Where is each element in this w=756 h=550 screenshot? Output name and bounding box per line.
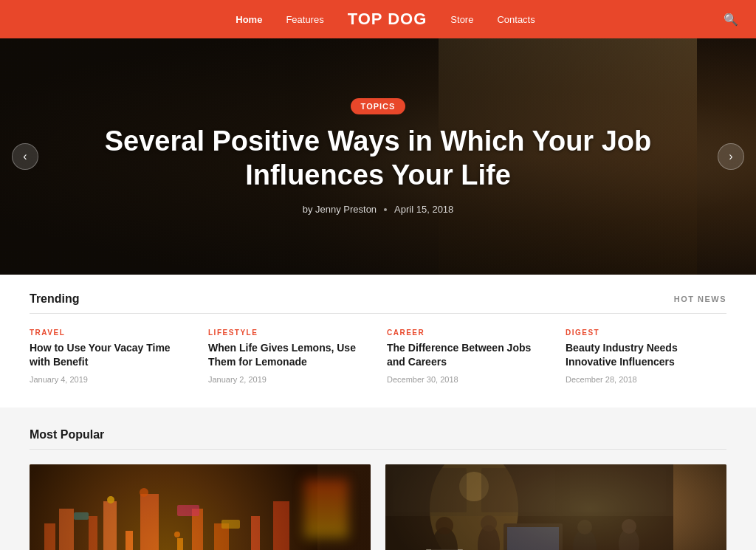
card-title-2[interactable]: When Life Gives Lemons, Use Them for Lem… (208, 341, 369, 369)
popular-title: Most Popular (30, 428, 104, 441)
svg-rect-21 (221, 520, 240, 529)
svg-rect-1 (44, 523, 55, 550)
svg-rect-11 (273, 501, 289, 550)
popular-card-1[interactable] (30, 464, 371, 550)
search-icon[interactable]: 🔍 (724, 13, 738, 27)
svg-point-36 (577, 520, 592, 534)
hero-title: Several Positive Ways in Which Your Job … (89, 125, 667, 192)
card-date-1: January 4, 2019 (30, 375, 190, 384)
trending-grid: TRAVEL How to Use Your Vacay Time with B… (30, 329, 726, 384)
svg-point-34 (481, 515, 497, 532)
svg-point-14 (140, 488, 148, 497)
popular-section: Most Popular (0, 408, 756, 550)
card-category-3: CAREER (387, 329, 548, 337)
svg-rect-4 (103, 501, 117, 550)
trending-card-3: CAREER The Difference Between Jobs and C… (387, 329, 548, 384)
card-title-4[interactable]: Beauty Industry Needs Innovative Influen… (566, 341, 726, 369)
svg-rect-20 (74, 512, 89, 520)
svg-rect-27 (507, 527, 559, 550)
hero-next-button[interactable]: › (718, 143, 744, 170)
card-title-3[interactable]: The Difference Between Jobs and Careers (387, 341, 548, 369)
hero-topics-badge[interactable]: TOPICS (351, 98, 406, 114)
popular-image-office (385, 464, 726, 550)
popular-grid (30, 464, 726, 550)
trending-card-1: TRAVEL How to Use Your Vacay Time with B… (30, 329, 190, 384)
card-category-1: TRAVEL (30, 329, 190, 337)
chevron-right-icon: › (729, 150, 732, 163)
card-category-4: DIGEST (566, 329, 726, 337)
hero-meta: by Jenny Preston April 15, 2018 (89, 204, 667, 215)
hero-date: April 15, 2018 (394, 204, 453, 215)
svg-rect-5 (126, 531, 133, 550)
hot-news-label: HOT NEWS (674, 295, 726, 303)
card-date-2: January 2, 2019 (208, 375, 369, 384)
popular-image-city (30, 464, 371, 550)
chevron-left-icon: ‹ (23, 150, 27, 163)
svg-point-12 (107, 496, 114, 503)
svg-rect-10 (251, 516, 260, 550)
hero-slider: ‹ TOPICS Several Positive Ways in Which … (0, 38, 756, 275)
nav-contacts[interactable]: Contacts (497, 14, 535, 25)
svg-rect-41 (481, 468, 555, 512)
card-date-4: December 28, 2018 (566, 375, 726, 384)
nav-features[interactable]: Features (286, 14, 323, 25)
nav-store[interactable]: Store (450, 14, 473, 25)
svg-rect-2 (59, 509, 74, 550)
popular-header: Most Popular (30, 428, 726, 450)
svg-rect-42 (570, 468, 666, 512)
svg-point-38 (622, 519, 636, 534)
svg-point-32 (436, 517, 453, 534)
svg-rect-6 (140, 494, 159, 550)
trending-title: Trending (30, 292, 80, 306)
site-logo: TOP DOG (348, 10, 427, 29)
main-nav: Home Features TOP DOG Store Contacts (47, 10, 724, 29)
hero-meta-divider (384, 208, 387, 211)
card-title-1[interactable]: How to Use Your Vacay Time with Benefit (30, 341, 190, 369)
svg-rect-7 (177, 538, 183, 550)
trending-section: Trending HOT NEWS TRAVEL How to Use Your… (0, 275, 756, 408)
trending-card-4: DIGEST Beauty Industry Needs Innovative … (566, 329, 726, 384)
svg-rect-3 (89, 516, 97, 550)
card-date-3: December 30, 2018 (387, 375, 548, 384)
card-category-2: LIFESTYLE (208, 329, 369, 337)
popular-card-2[interactable] (385, 464, 726, 550)
hero-content: TOPICS Several Positive Ways in Which Yo… (0, 98, 756, 215)
trending-card-2: LIFESTYLE When Life Gives Lemons, Use Th… (208, 329, 369, 384)
trending-header: Trending HOT NEWS (30, 292, 726, 314)
svg-rect-19 (177, 505, 199, 516)
svg-rect-40 (393, 468, 467, 512)
nav-home[interactable]: Home (236, 14, 262, 25)
hero-author: by Jenny Preston (303, 204, 377, 215)
svg-point-13 (174, 532, 180, 537)
hero-prev-button[interactable]: ‹ (12, 143, 38, 170)
site-header: Home Features TOP DOG Store Contacts 🔍 (0, 0, 756, 38)
